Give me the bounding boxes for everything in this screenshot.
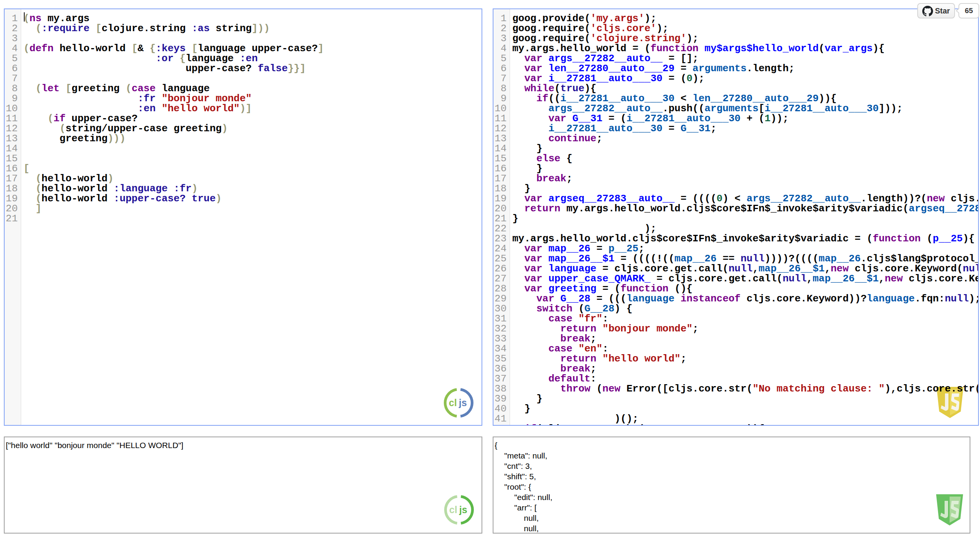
svg-text:js: js xyxy=(458,397,467,408)
svg-text:js: js xyxy=(459,504,467,515)
svg-text:cl: cl xyxy=(449,397,457,408)
svg-text:cl: cl xyxy=(449,504,457,515)
